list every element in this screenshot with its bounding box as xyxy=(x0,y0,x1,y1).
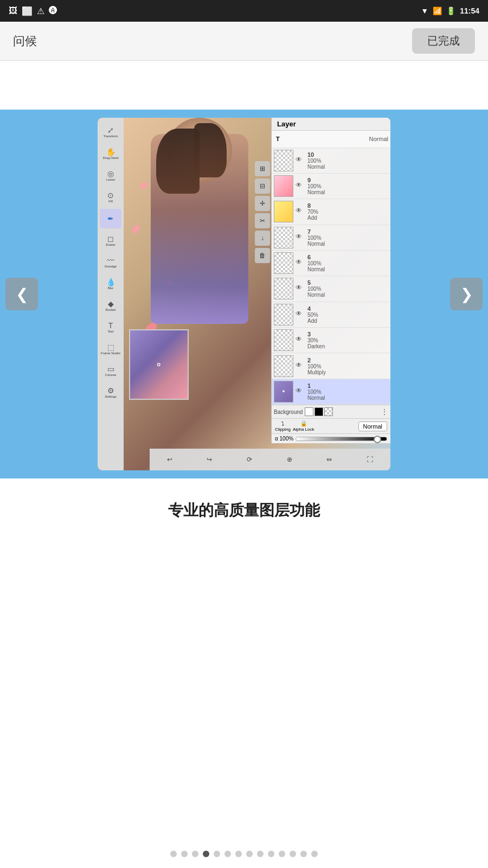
layer-8-eye[interactable]: 👁 xyxy=(296,207,305,216)
dot-7[interactable] xyxy=(246,851,253,857)
layer-4-num: 4 xyxy=(307,305,388,312)
alpha-lock-btn[interactable]: 🔒 Alpha Lock xyxy=(293,420,314,432)
layer-more-icon[interactable]: ⋮ xyxy=(381,407,388,416)
tool-settings[interactable]: ⚙ Settings xyxy=(100,382,121,402)
layer-row-top[interactable]: T Normal xyxy=(272,131,390,148)
flip-icon[interactable]: ⇔ xyxy=(326,456,332,463)
layer-3-mode: Darken xyxy=(307,343,388,349)
tool-lasso[interactable]: ◎ Lasso xyxy=(100,165,121,185)
layer-10-eye[interactable]: 👁 xyxy=(296,156,305,165)
layer-9-eye[interactable]: 👁 xyxy=(296,181,305,191)
dot-3[interactable] xyxy=(203,851,209,857)
tool-eraser[interactable]: ◻ Eraser xyxy=(100,231,121,250)
normal-mode-label[interactable]: Normal xyxy=(358,422,387,431)
prev-arrow[interactable]: ❮ xyxy=(5,278,38,310)
tool-fill[interactable]: ⊙ Fill xyxy=(100,187,121,207)
dot-10[interactable] xyxy=(279,851,285,857)
tool-bucket[interactable]: ◆ Bucket xyxy=(100,296,121,315)
tool-transform-label: Transform xyxy=(103,135,118,138)
layer-row-1[interactable]: ♥ 👁 1 100% Normal xyxy=(272,379,390,405)
move-icon-btn[interactable]: ✛ xyxy=(255,196,270,211)
signal-icon: 📶 xyxy=(433,7,442,15)
tool-brush[interactable]: ✒ xyxy=(100,209,121,228)
tool-blur[interactable]: 💧 Blur xyxy=(100,274,121,293)
layer-row-10[interactable]: 👁 10 100% Normal xyxy=(272,148,390,174)
clipping-icon: ⤵ xyxy=(281,420,284,426)
blur-icon: 💧 xyxy=(106,278,115,286)
tool-drag[interactable]: ✋ Drag Hand xyxy=(100,144,121,163)
zoom-icon[interactable]: ⊕ xyxy=(287,456,292,463)
dot-11[interactable] xyxy=(290,851,296,857)
next-arrow[interactable]: ❯ xyxy=(450,278,483,310)
crop-icon[interactable]: ⛶ xyxy=(367,456,373,463)
layer-row-7[interactable]: 👁 7 100% Normal xyxy=(272,225,390,251)
clipping-btn[interactable]: ⤵ Clipping xyxy=(275,420,291,432)
grid-icon-btn[interactable]: ⊟ xyxy=(255,178,270,194)
dot-13[interactable] xyxy=(311,851,318,857)
main-area: ❮ ⤢ Transform ✋ Drag Hand ◎ Las xyxy=(0,61,488,835)
layer-5-eye[interactable]: 👁 xyxy=(296,284,305,293)
dot-4[interactable] xyxy=(214,851,220,857)
layer-4-eye[interactable]: 👁 xyxy=(296,310,305,320)
dot-1[interactable] xyxy=(181,851,188,857)
layer-1-eye[interactable]: 👁 xyxy=(296,387,305,397)
font-status-icon: 🅐 xyxy=(49,6,57,16)
status-bar: 🖼 ⬜ ⚠ 🅐 ▼ 📶 🔋 11:54 xyxy=(0,0,488,22)
done-button[interactable]: 已完成 xyxy=(412,28,475,54)
delete-icon-btn[interactable]: 🗑 xyxy=(255,248,270,263)
right-side-icons: ⊞ ⊟ ✛ ✂ ↓ 🗑 xyxy=(255,161,270,263)
dot-9[interactable] xyxy=(268,851,274,857)
layer-6-eye[interactable]: 👁 xyxy=(296,258,305,268)
tool-smudge[interactable]: 〰 Smudge xyxy=(100,252,121,272)
dot-0[interactable] xyxy=(170,851,177,857)
dot-5[interactable] xyxy=(224,851,231,857)
black-color-box[interactable] xyxy=(314,407,323,416)
tool-transform[interactable]: ⤢ Transform xyxy=(100,122,121,142)
checker-color-box[interactable] xyxy=(324,407,333,416)
layer-2-num: 2 xyxy=(307,357,388,363)
tool-text-label: Text xyxy=(107,330,113,333)
layer-5-pct: 100% xyxy=(307,286,388,292)
layer-8-mode: Add xyxy=(307,215,388,221)
fill-icon: ⊙ xyxy=(107,191,114,200)
download-icon-btn[interactable]: ↓ xyxy=(255,231,270,246)
next-arrow-icon: ❯ xyxy=(460,285,473,303)
layer-row-9[interactable]: 👁 9 100% Normal xyxy=(272,174,390,199)
layer-row-8[interactable]: 👁 8 70% Add xyxy=(272,199,390,225)
tool-text[interactable]: T Text xyxy=(100,317,121,337)
layer-row-6[interactable]: 👁 6 100% Normal xyxy=(272,251,390,276)
bucket-icon: ◆ xyxy=(108,299,114,308)
layer-panel: Layer T Normal 👁 10 xyxy=(271,118,390,443)
layer-row-5[interactable]: 👁 5 100% Normal xyxy=(272,276,390,302)
layer-panel-title: Layer xyxy=(272,118,390,131)
tool-fill-label: Fill xyxy=(108,200,113,203)
checker-icon-btn[interactable]: ⊞ xyxy=(255,161,270,176)
layer-9-num: 9 xyxy=(307,177,388,183)
tool-frame[interactable]: ⬚ Frame Studio xyxy=(100,339,121,359)
dot-12[interactable] xyxy=(300,851,307,857)
layer-row-3[interactable]: 👁 3 30% Darken xyxy=(272,328,390,353)
layer-2-eye[interactable]: 👁 xyxy=(296,361,305,371)
redo-icon[interactable]: ↪ xyxy=(207,456,212,463)
layer-row-4[interactable]: 👁 4 50% Add xyxy=(272,302,390,328)
scissors-icon-btn[interactable]: ✂ xyxy=(255,213,270,228)
dot-8[interactable] xyxy=(257,851,264,857)
layer-row-2[interactable]: 👁 2 100% Multiply xyxy=(272,353,390,379)
hair-left xyxy=(156,129,200,194)
white-color-box[interactable] xyxy=(305,407,313,416)
square-status-icon: ⬜ xyxy=(22,6,33,16)
layer-7-eye[interactable]: 👁 xyxy=(296,233,305,242)
rotate-icon[interactable]: ⟳ xyxy=(247,456,252,463)
layer-3-thumb xyxy=(274,329,293,351)
layer-5-num: 5 xyxy=(307,279,388,286)
undo-icon[interactable]: ↩ xyxy=(167,456,172,463)
lasso-icon: ◎ xyxy=(107,169,114,178)
layer-alpha-bar: α 100% xyxy=(272,433,390,443)
prev-arrow-icon: ❮ xyxy=(16,285,28,303)
tool-canvas[interactable]: ▭ Canvas xyxy=(100,361,121,380)
dot-6[interactable] xyxy=(235,851,242,857)
dot-2[interactable] xyxy=(192,851,198,857)
layer-3-info: 3 30% Darken xyxy=(307,331,388,349)
alpha-track[interactable] xyxy=(296,437,387,441)
layer-3-eye[interactable]: 👁 xyxy=(296,335,305,345)
